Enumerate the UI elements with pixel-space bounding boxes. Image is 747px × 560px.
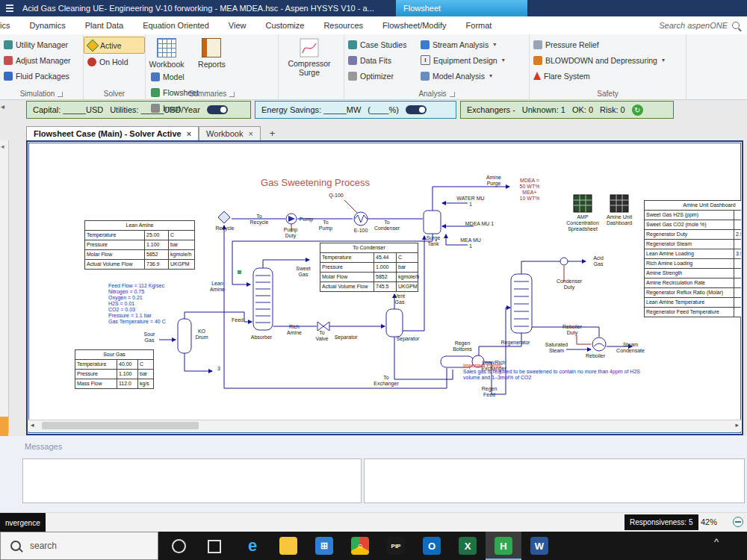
- collapsed-side-panel[interactable]: ◂: [0, 140, 9, 433]
- energy-toggle[interactable]: [406, 105, 427, 114]
- tray-chevron-icon[interactable]: ^: [714, 536, 719, 547]
- solver-active-button[interactable]: Active: [84, 37, 145, 54]
- flare-system-button[interactable]: Flare System: [530, 68, 686, 84]
- responsiveness-status[interactable]: Responsiveness: 5: [624, 514, 698, 530]
- blowdown-button[interactable]: BLOWDOWN and Depressuring▾: [530, 52, 686, 68]
- equipment-design-button[interactable]: IEquipment Design▾: [417, 52, 509, 68]
- optimizer-button[interactable]: Optimizer: [344, 68, 410, 84]
- ribbon-group-solver: Active On Hold Solver: [84, 34, 146, 99]
- stream-analysis-button[interactable]: Stream Analysis▾: [417, 37, 509, 52]
- economics-panel: Capital: _____USD Utilities: _____USD/Ye…: [26, 101, 251, 119]
- solver-on-hold-button[interactable]: On Hold: [84, 54, 145, 69]
- ribbon-tab-view[interactable]: View: [219, 16, 256, 34]
- scrollbar-thumb[interactable]: [42, 422, 199, 429]
- scroll-left-icon[interactable]: ◂: [31, 421, 34, 429]
- search-placeholder: search: [30, 541, 57, 551]
- data-fits-button[interactable]: Data Fits: [344, 52, 410, 68]
- case-studies-icon: [348, 40, 357, 49]
- input-summary-button[interactable]: Input: [147, 100, 202, 116]
- aspenone-search[interactable]: Search aspenONE: [659, 16, 744, 34]
- zoom-out-icon[interactable]: [733, 517, 743, 527]
- chevron-down-icon: ▾: [662, 57, 665, 63]
- file-explorer-taskbar-icon[interactable]: [270, 532, 306, 560]
- model-analysis-icon: [421, 72, 430, 81]
- window-title: Acid Gas Cleaning UE- Engineering V-10 f…: [22, 4, 374, 13]
- messages-output-right[interactable]: [364, 458, 745, 503]
- scroll-left-icon[interactable]: ◂: [1, 102, 4, 111]
- scroll-right-icon[interactable]: ▸: [735, 421, 739, 429]
- adjust-manager-button[interactable]: Adjust Manager: [0, 52, 83, 68]
- workbook-button[interactable]: Workbook: [146, 37, 187, 69]
- outlook-taskbar-icon[interactable]: O: [414, 532, 450, 560]
- flare-system-icon: [533, 72, 541, 80]
- model-analysis-button[interactable]: Model Analysis▾: [417, 68, 509, 84]
- optimizer-icon: [348, 72, 357, 81]
- case-studies-button[interactable]: Case Studies: [344, 37, 410, 52]
- chrome-taskbar-icon[interactable]: ○: [342, 532, 378, 560]
- close-icon[interactable]: ×: [248, 129, 252, 138]
- flowsheet-context-tab[interactable]: Flowsheet: [396, 0, 527, 16]
- panel-handle[interactable]: [0, 417, 8, 436]
- excel-taskbar-icon[interactable]: X: [450, 532, 486, 560]
- reports-button[interactable]: Reports: [190, 37, 232, 69]
- canvas-horizontal-scrollbar[interactable]: ◂ ▸: [28, 420, 741, 432]
- ribbon-tab-plant-data[interactable]: Plant Data: [75, 16, 133, 34]
- cortana-icon[interactable]: [172, 539, 186, 553]
- refresh-icon[interactable]: ↻: [632, 105, 643, 116]
- store-taskbar-icon[interactable]: ⊞: [306, 532, 342, 560]
- pip-taskbar-icon[interactable]: PIP: [378, 532, 414, 560]
- app-menu-icon[interactable]: [6, 3, 13, 13]
- group-label-summaries: Summaries: [146, 90, 278, 98]
- utility-manager-button[interactable]: Utility Manager: [0, 37, 83, 52]
- ribbon-tab-resources[interactable]: Resources: [314, 16, 373, 34]
- tab-flowsheet-case-main[interactable]: Flowsheet Case (Main) - Solver Active ×: [26, 126, 199, 140]
- task-view-icon[interactable]: [208, 540, 221, 553]
- status-bar: nvergence Responsiveness: 5 42%: [0, 512, 747, 532]
- fluid-packages-button[interactable]: Fluid Packages: [0, 68, 83, 84]
- windows-taskbar: search e⊞○PIPOXHW ^: [0, 532, 747, 560]
- exchangers-risk: Risk: 0: [600, 105, 625, 114]
- capital-value: Capital: _____USD: [33, 105, 103, 114]
- flowsheet-table-lean-amine[interactable]: Lean AmineTemperature25.00CPressure1.100…: [84, 220, 195, 270]
- ribbon-tab-customize[interactable]: Customize: [255, 16, 314, 34]
- ribbon-tab-flowsheet-modify[interactable]: Flowsheet/Modify: [373, 16, 456, 34]
- close-icon[interactable]: ×: [187, 129, 191, 138]
- flowsheet-table-to-condenser[interactable]: To CondenserTemperature45.44CPressure1.0…: [320, 243, 418, 292]
- stream-analysis-icon: [421, 40, 430, 49]
- dialog-launcher-icon[interactable]: [58, 92, 63, 97]
- energy-percent-value: (____%): [368, 105, 399, 114]
- model-summary-button[interactable]: Model: [147, 69, 202, 84]
- flowsheet-table-amine-unit-dashboard[interactable]: Amine Unit DashboardSweet Gas H2S (ppm)S…: [644, 200, 741, 317]
- ribbon-tabs: icsDynamicsPlant DataEquation OrientedVi…: [0, 16, 501, 34]
- pressure-relief-button[interactable]: Pressure Relief: [530, 37, 686, 52]
- fluid-packages-icon: [4, 72, 13, 81]
- group-label-analysis: Analysis: [344, 90, 529, 98]
- exchangers-unknown: Unknown: 1: [522, 105, 565, 114]
- word-taskbar-icon[interactable]: W: [521, 532, 557, 560]
- scroll-left-icon[interactable]: ◂: [1, 143, 4, 150]
- flowsheet-table-sour-gas[interactable]: Sour GasTemperature40.00CPressure1.100ba…: [75, 349, 154, 389]
- hysys-taskbar-icon[interactable]: H: [486, 532, 521, 560]
- taskbar-search-input[interactable]: search: [0, 532, 158, 560]
- messages-title: Messages: [25, 442, 62, 451]
- dialog-launcher-icon[interactable]: [450, 92, 455, 97]
- ribbon-tab-ics[interactable]: ics: [0, 16, 19, 34]
- economics-toggle[interactable]: [207, 105, 228, 114]
- utility-manager-icon: [4, 40, 13, 49]
- new-tab-button[interactable]: +: [267, 126, 279, 140]
- ribbon-tab-dynamics[interactable]: Dynamics: [19, 16, 75, 34]
- convergence-status: nvergence: [0, 513, 46, 532]
- ribbon-tab-format[interactable]: Format: [456, 16, 502, 34]
- economics-energy-bar: ◂ Capital: _____USD Utilities: _____USD/…: [0, 99, 747, 122]
- chevron-down-icon: ▾: [493, 41, 496, 48]
- reports-icon: [202, 38, 221, 57]
- edge-taskbar-icon[interactable]: e: [235, 532, 270, 560]
- tab-workbook[interactable]: Workbook ×: [199, 126, 261, 140]
- messages-panel: Messages: [0, 436, 747, 512]
- energy-panel: Energy Savings: _____MW (____%): [255, 101, 456, 119]
- ribbon-tab-equation-oriented[interactable]: Equation Oriented: [133, 16, 219, 34]
- dialog-launcher-icon[interactable]: [229, 92, 235, 97]
- messages-output-left[interactable]: [22, 458, 362, 503]
- data-fits-icon: [348, 56, 357, 65]
- compressor-surge-button[interactable]: Compressor Surge: [279, 37, 340, 77]
